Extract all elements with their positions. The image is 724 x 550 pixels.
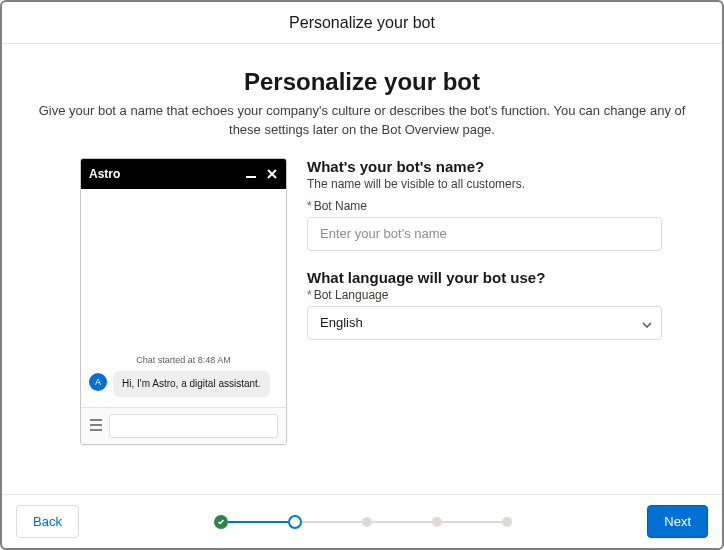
modal-footer: Back Next [2,494,722,548]
form-column: What's your bot's name? The name will be… [307,158,662,445]
menu-icon[interactable] [89,417,103,435]
main-row: Astro Chat started at 8:48 AM A H [20,158,704,455]
bot-language-value[interactable] [307,306,662,340]
avatar: A [89,373,107,391]
setup-modal: Personalize your bot Personalize your bo… [0,0,724,550]
progress-line [372,521,432,523]
chat-header-title: Astro [89,167,120,181]
chat-input-row [81,407,286,444]
modal-body: Personalize your bot Give your bot a nam… [2,44,722,494]
back-button[interactable]: Back [16,505,79,538]
bot-name-label: *Bot Name [307,199,662,213]
progress-line [302,521,362,523]
close-icon[interactable] [266,168,278,180]
progress-line [442,521,502,523]
bot-language-select[interactable] [307,306,662,340]
bot-name-input[interactable] [307,217,662,251]
bot-language-label: *Bot Language [307,288,662,302]
chat-body: Chat started at 8:48 AM A Hi, I'm Astro,… [81,189,286,407]
bot-language-section: What language will your bot use? *Bot La… [307,269,662,340]
progress-line [228,521,288,523]
progress-step-5 [502,517,512,527]
next-button[interactable]: Next [647,505,708,538]
chat-message-bubble: Hi, I'm Astro, a digital assistant. [113,371,270,397]
bot-language-heading: What language will your bot use? [307,269,662,286]
chat-started-timestamp: Chat started at 8:48 AM [89,355,278,365]
progress-step-1-complete [214,515,228,529]
chat-preview: Astro Chat started at 8:48 AM A H [80,158,287,445]
page-title: Personalize your bot [244,68,480,96]
progress-step-2-current [288,515,302,529]
bot-name-heading: What's your bot's name? [307,158,662,175]
progress-step-3 [362,517,372,527]
minimize-icon[interactable] [244,167,258,181]
progress-step-4 [432,517,442,527]
progress-indicator [79,515,647,529]
page-subtitle: Give your bot a name that echoes your co… [22,102,702,140]
chat-text-input[interactable] [109,414,278,438]
bot-name-section: What's your bot's name? The name will be… [307,158,662,251]
bot-name-subheading: The name will be visible to all customer… [307,177,662,191]
chat-header: Astro [81,159,286,189]
modal-title: Personalize your bot [2,2,722,44]
chat-message-row: A Hi, I'm Astro, a digital assistant. [89,371,278,397]
